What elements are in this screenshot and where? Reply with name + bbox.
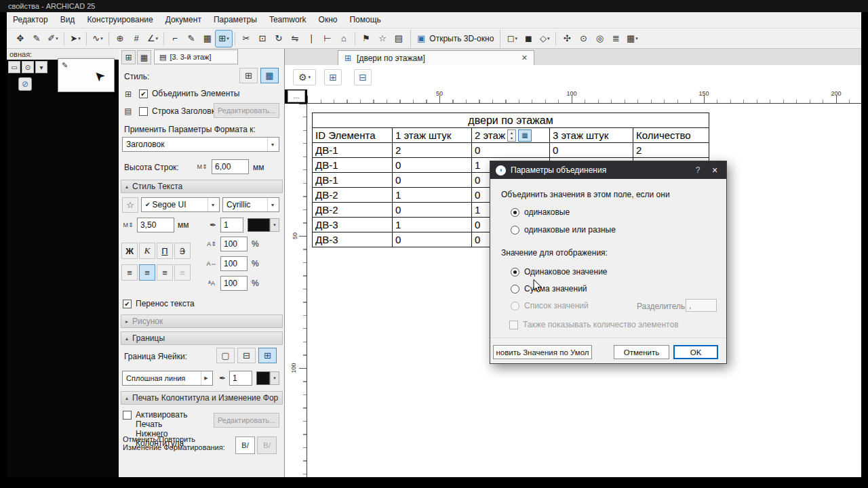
marquee-icon[interactable]: ▦ ▾ [199,30,216,47]
italic-button[interactable]: К [139,243,155,259]
radio-list-of-values[interactable]: Список значений [511,301,589,310]
align-left-icon[interactable]: ≡ [121,264,138,281]
split-icon[interactable]: ∣ ▾ [303,30,319,47]
color-dropdown-icon[interactable]: ▾ [270,371,279,385]
menu-item[interactable]: Редактор [7,12,54,28]
polyline-icon[interactable]: ∿ ▾ [90,30,106,47]
arrow-tool-icon[interactable]: ➤ ▾ [67,30,83,47]
show-count-checkbox[interactable]: Также показывать количество элементов [509,320,679,329]
border-horizontal-icon[interactable]: ⊟ [237,348,256,363]
story-tab[interactable]: ▤ [3. 3-й этаж] [154,49,238,64]
radio-identical[interactable]: одинаковые [511,207,570,217]
border-none-icon[interactable]: ▢ [216,348,235,363]
wrap-text-checkbox[interactable]: ✔ Перенос текста [123,299,195,308]
rebuild-from-model-icon[interactable]: ⊞ [324,69,342,85]
dropdown-mini-icon[interactable]: ▾ [35,61,47,73]
solid-view-icon[interactable]: ◼ ▾ [520,30,536,47]
toolbar-separator[interactable]: ▾ [61,30,67,47]
pencil-icon[interactable]: ✎ ▾ [28,30,45,47]
folder-icon[interactable]: ▤ ▾ [391,30,407,47]
strikethrough-button[interactable]: З [174,243,191,259]
window-select-icon[interactable]: ▭ [8,61,20,73]
toolbar-separator[interactable]: ▾ [352,30,358,47]
text-color-swatch[interactable] [248,218,270,232]
column-spinner[interactable]: ▴ ▾ [507,129,516,142]
horizontal-ruler[interactable]: 50 100 150 200 [307,89,861,104]
zoom-mini-icon[interactable]: ⊙ [22,61,34,73]
toolbar-separator[interactable]: ▾ [83,30,90,47]
section-borders[interactable]: ▴ Границы [121,331,283,345]
radio-identical-value[interactable]: Одинаковое значение [511,267,608,277]
style-grid-icon[interactable]: ▦ [260,68,279,83]
underline-button[interactable]: П [157,243,173,259]
toolbar-separator[interactable]: ▾ [232,30,238,47]
ok-button[interactable]: OK [673,345,718,359]
separator-input[interactable] [686,299,717,312]
arrow-cursor-icon[interactable]: ➤ [90,67,108,86]
bold-button[interactable]: Ж [121,243,138,259]
column-header-floor2[interactable]: 2 этаж ▴ ▾ ▦ [472,128,550,143]
adjust-icon[interactable]: ⊢ ▾ [319,30,336,47]
zoom-icon[interactable]: ⊙ ▾ [575,30,591,47]
radio-identical-or-different[interactable]: одинаковые или разные [511,225,616,235]
char-spacing-input[interactable] [220,276,248,291]
flag-icon[interactable]: ⚑ ▾ [358,30,374,47]
toolbar-separator[interactable]: ▾ [106,30,112,47]
pan-icon[interactable]: ✥ ▾ [12,30,28,47]
menu-item[interactable]: Документ [159,12,208,28]
table-row[interactable]: ДВ-1 2 0 0 2 [313,143,709,158]
style-compact-icon[interactable]: ⊞ [239,68,258,83]
fields-icon[interactable]: ▦ [137,50,151,64]
layers-icon[interactable]: ≣ ▾ [608,30,624,47]
apply-to-model-icon[interactable]: ⊟ [354,69,372,85]
schedule-view-icon[interactable]: ⊞ ▾ [216,30,232,47]
font-dropdown[interactable]: ✔ Segoe UI ▾ [141,197,220,212]
menu-item[interactable]: Вид [54,12,81,28]
pencil-icon[interactable]: ✎ [62,61,68,70]
vertical-ruler[interactable]: 50 100 [285,104,307,477]
menu-item[interactable]: Конструирование [81,12,159,28]
merge-elements-checkbox[interactable]: ✔ Объединить Элементы [139,89,239,98]
align-right-icon[interactable]: ≡ [157,264,173,281]
view-options-icon[interactable]: ▦ ▾ [624,30,640,47]
font-size-input[interactable] [137,218,174,232]
update-default-values-button[interactable]: новить Значения по Умол [493,345,592,359]
menu-item[interactable]: Помощь [343,12,387,28]
dimension-icon[interactable]: ⌐ ▾ [167,30,183,47]
menu-item[interactable]: Параметры [208,12,263,28]
align-center-icon[interactable]: ≡ [139,264,155,281]
close-icon[interactable]: ✕ [709,166,721,175]
column-header-qty[interactable]: Количество [633,128,709,143]
toolbar-separator[interactable]: ▾ [553,30,559,47]
origin-icon[interactable]: ⊕ ▾ [112,30,128,47]
fit-view-icon[interactable]: ◎ ▾ [591,30,608,47]
line-spacing-input[interactable] [220,237,248,251]
cancel-button[interactable]: Отменить [614,345,669,359]
grid-snap-icon[interactable]: # ▾ [128,30,144,47]
dialog-titlebar[interactable]: ◖ Параметры объединения ? ✕ [490,161,726,179]
border-color-swatch[interactable] [256,371,270,385]
header-row-checkbox[interactable]: Строка Заголовка [139,106,220,116]
copy-icon[interactable]: ⊡ ▾ [254,30,271,47]
brush-icon[interactable]: ✐ ▾ [45,30,61,47]
script-dropdown[interactable]: Cyrillic ▾ [222,197,279,212]
axonometry-icon[interactable]: ◇ ▾ [536,30,553,47]
color-dropdown-icon[interactable]: ▾ [270,218,279,232]
suspend-groups-icon[interactable]: ⊘ [18,77,32,91]
align-justify-icon[interactable]: ≡ [174,264,191,281]
section-text-style[interactable]: ▴ Стиль Текста [121,180,283,193]
home-story-icon[interactable]: ⌂ ▾ [336,30,352,47]
favorites-icon[interactable]: ☆ ▾ [374,30,391,47]
column-header-floor1[interactable]: 1 этаж штук [393,128,472,143]
guide-lines-icon[interactable]: ∠ ▾ [144,30,161,47]
scheme-settings-icon[interactable]: ⊞ [121,50,136,64]
edit-footer-button[interactable]: Редактировать... [214,413,279,428]
front-view-icon[interactable]: ◻ ▾ [504,30,520,47]
section-footer[interactable]: ▴ Печать Колонтитула и Изменение Фор... [121,391,283,405]
line-type-dropdown[interactable]: Сплошная линия ▶ [122,371,213,386]
menu-item[interactable]: Teamwork [263,12,313,28]
apply-format-dropdown[interactable]: Заголовок ▾ [122,137,279,152]
border-pen-input[interactable] [229,371,252,386]
open-3d-window-button[interactable]: ▣ Открыть 3D-окно [410,30,500,47]
rotate-icon[interactable]: ↻ ▾ [271,30,287,47]
